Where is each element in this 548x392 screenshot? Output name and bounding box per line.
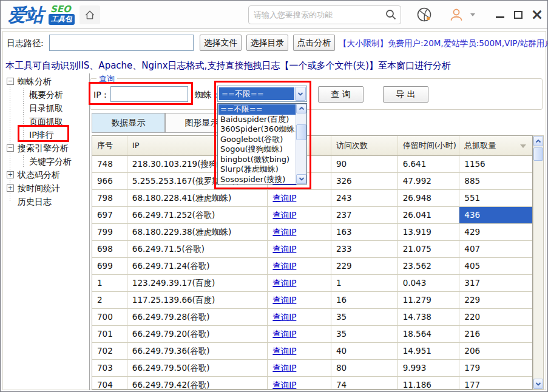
table-cell[interactable]: 885 xyxy=(459,173,532,189)
table-cell[interactable]: 66.249.79.20(谷歌) xyxy=(127,326,268,342)
table-cell[interactable]: 26.948 xyxy=(398,190,460,206)
column-header[interactable]: 总抓取量 xyxy=(459,136,532,155)
table-cell[interactable]: 220 xyxy=(459,309,532,325)
sidebar-item-目录抓取[interactable]: 目录抓取 xyxy=(1,101,89,115)
table-cell[interactable]: 9.993 xyxy=(398,360,460,376)
export-button[interactable]: 导 出 xyxy=(383,86,428,103)
table-cell[interactable]: 1 xyxy=(92,275,127,291)
table-cell[interactable]: 35 xyxy=(331,309,398,325)
dropdown-scroll-thumb[interactable] xyxy=(296,124,306,140)
analyze-button[interactable]: 点击分析 xyxy=(293,35,335,51)
query-ip-link[interactable]: 查询IP xyxy=(272,227,296,237)
table-cell[interactable]: 23.562 xyxy=(398,258,460,274)
table-cell[interactable]: 11.186 xyxy=(398,377,460,389)
table-cell[interactable]: 66.249.71.24(谷歌) xyxy=(127,258,268,274)
log-path-input[interactable] xyxy=(49,35,194,51)
collapse-icon[interactable]: − xyxy=(7,144,14,152)
table-cell[interactable]: 68.180.229.38(雅虎蜘蛛) xyxy=(127,224,268,240)
table-cell[interactable]: 123.249.39.17(百度) xyxy=(127,275,268,291)
query-ip-link[interactable]: 查询IP xyxy=(272,312,296,322)
table-cell[interactable]: 700 xyxy=(92,309,127,325)
table-cell[interactable]: 68.180.228.41(雅虎蜘蛛) xyxy=(127,190,268,206)
table-cell[interactable]: 436 xyxy=(459,207,532,223)
table-cell[interactable]: 66.249.79.50(谷歌) xyxy=(127,360,268,376)
table-cell[interactable]: 66.249.79.28(谷歌) xyxy=(127,309,268,325)
query-ip-link[interactable]: 查询IP xyxy=(272,295,296,305)
dropdown-scroll-up-button[interactable] xyxy=(296,104,306,113)
close-button[interactable]: × xyxy=(530,7,544,22)
table-cell[interactable]: 13.919 xyxy=(398,224,460,240)
table-cell[interactable]: 117.25.139.66(百度) xyxy=(127,292,268,308)
dropdown-scrollbar[interactable] xyxy=(296,104,306,184)
table-cell[interactable]: 701 xyxy=(92,326,127,342)
spider-option[interactable]: ==不限== xyxy=(218,104,296,115)
query-ip-link[interactable]: 查询IP xyxy=(272,363,296,373)
table-cell[interactable]: 14.738 xyxy=(398,309,460,325)
sidebar-item-IP排行[interactable]: IP排行 xyxy=(1,128,89,141)
spider-option[interactable]: Sosospider(搜搜) xyxy=(218,175,296,184)
combo-dropdown-button[interactable] xyxy=(295,87,306,101)
column-header[interactable]: 序号 xyxy=(92,136,127,155)
select-file-button[interactable]: 选择文件 xyxy=(200,35,242,51)
scroll-thumb[interactable] xyxy=(533,147,543,161)
table-cell[interactable]: 206 xyxy=(459,343,532,359)
table-cell[interactable]: 2 xyxy=(92,292,127,308)
dropdown-scroll-down-button[interactable] xyxy=(296,174,306,184)
table-cell[interactable]: 66.249.79.36(谷歌) xyxy=(127,343,268,359)
table-cell[interactable]: 90 xyxy=(331,156,398,172)
scroll-up-button[interactable] xyxy=(533,136,543,146)
spider-option[interactable]: bingbot(微软bing) xyxy=(218,155,296,165)
table-cell[interactable]: 798 xyxy=(92,190,127,206)
sidebar-item-蜘蛛分析[interactable]: −蜘蛛分析 xyxy=(1,75,89,88)
minimize-button[interactable] xyxy=(493,8,507,21)
query-ip-link[interactable]: 查询IP xyxy=(272,380,296,389)
table-scrollbar[interactable] xyxy=(533,135,544,390)
tab-data-view[interactable]: 数据显示 xyxy=(92,113,165,133)
table-cell[interactable]: 405 xyxy=(459,258,532,274)
spider-combobox[interactable]: ==不限== xyxy=(217,86,307,102)
sidebar-item-状态码分析[interactable]: +状态码分析 xyxy=(1,168,89,181)
spider-option[interactable]: Baiduspider(百度) xyxy=(218,115,296,125)
table-cell[interactable]: 317 xyxy=(459,275,532,291)
scroll-down-button[interactable] xyxy=(533,379,543,389)
spider-option[interactable]: 360Spider(360蜘蛛) xyxy=(218,124,296,135)
search-icon[interactable] xyxy=(385,8,397,21)
network-icon[interactable] xyxy=(416,6,433,23)
table-cell[interactable]: 699 xyxy=(92,258,127,274)
user-icon[interactable] xyxy=(448,6,465,23)
table-cell[interactable]: 16 xyxy=(331,292,398,308)
query-ip-link[interactable]: 查询IP xyxy=(272,261,296,271)
query-ip-link[interactable]: 查询IP xyxy=(272,346,296,356)
table-cell[interactable]: 66.249.79.42(谷歌) xyxy=(127,377,268,389)
sidebar-item-搜索引擎分析[interactable]: −搜索引擎分析 xyxy=(1,141,89,155)
table-cell[interactable]: 1156 xyxy=(459,156,532,172)
table-cell[interactable]: 66.249.71.252(谷歌) xyxy=(127,207,268,223)
query-ip-link[interactable]: 查询IP xyxy=(272,193,296,203)
table-cell[interactable]: 26.041 xyxy=(398,207,460,223)
table-cell[interactable]: 243 xyxy=(331,190,398,206)
home-button[interactable] xyxy=(79,5,100,24)
table-cell[interactable]: 698 xyxy=(92,241,127,257)
column-header[interactable]: 停留时间(小时) xyxy=(398,136,460,155)
table-cell[interactable]: 11.279 xyxy=(398,292,460,308)
query-button[interactable]: 查 询 xyxy=(318,86,364,103)
table-cell[interactable]: 551 xyxy=(459,190,532,206)
table-cell[interactable]: 47.992 xyxy=(398,173,460,189)
table-cell[interactable]: 429 xyxy=(459,224,532,240)
table-cell[interactable]: 179 xyxy=(459,360,532,376)
select-dir-button[interactable]: 选择目录 xyxy=(246,35,288,51)
sidebar-item-页面抓取[interactable]: 页面抓取 xyxy=(1,115,89,128)
expand-icon[interactable]: + xyxy=(7,184,14,192)
table-cell[interactable]: 229 xyxy=(331,258,398,274)
table-cell[interactable]: 704 xyxy=(92,377,127,389)
query-ip-link[interactable]: 查询IP xyxy=(272,210,296,220)
table-cell[interactable]: 702 xyxy=(92,343,127,359)
sidebar-item-按时间统计[interactable]: +按时间统计 xyxy=(1,181,89,195)
table-cell[interactable]: 748 xyxy=(92,156,127,172)
table-cell[interactable]: 326 xyxy=(331,173,398,189)
table-cell[interactable]: 74 xyxy=(331,377,398,389)
table-cell[interactable]: 40 xyxy=(331,343,398,359)
table-cell[interactable]: 80 xyxy=(331,360,398,376)
query-ip-link[interactable]: 查询IP xyxy=(272,278,296,288)
collapse-icon[interactable]: − xyxy=(7,78,14,85)
